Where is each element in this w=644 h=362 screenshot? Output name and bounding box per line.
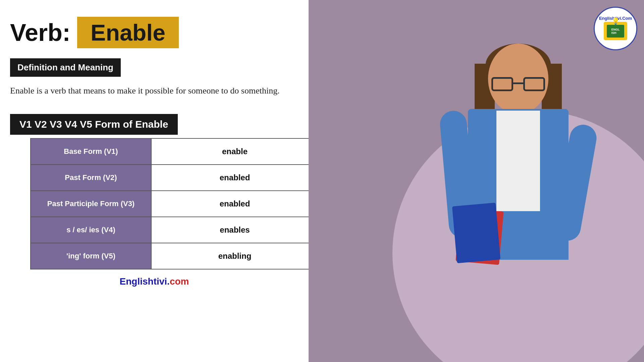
glasses-bridge bbox=[513, 82, 523, 84]
table-row: Base Form (V1)enable bbox=[31, 138, 318, 165]
verb-label: Verb: bbox=[10, 19, 70, 46]
definition-heading-text: Definition and Meaning bbox=[17, 62, 113, 72]
table-label-cell: Base Form (V1) bbox=[31, 138, 151, 165]
logo-tv-screen: ENGLISH bbox=[607, 25, 624, 38]
footer-brand-red: com bbox=[170, 276, 189, 287]
footer-brand: Englishtivi.com bbox=[10, 276, 299, 287]
person-head bbox=[488, 44, 548, 114]
logo-bulb-icon: 💡 bbox=[611, 17, 620, 25]
table-row: 'ing' form (V5)enabling bbox=[31, 243, 318, 269]
logo-circle: Englishtivi.Com 💡 ENGLISH bbox=[594, 7, 637, 50]
table-label-cell: 'ing' form (V5) bbox=[31, 243, 151, 269]
right-panel: Englishtivi.Com 💡 ENGLISH bbox=[309, 0, 644, 362]
forms-heading-text: V1 V2 V3 V4 V5 Form of Enable bbox=[19, 119, 168, 130]
table-label-cell: s / es/ ies (V4) bbox=[31, 217, 151, 243]
glasses-left bbox=[491, 77, 513, 91]
person-silhouette bbox=[409, 44, 627, 362]
table-row: Past Form (V2)enabled bbox=[31, 165, 318, 191]
left-panel: Verb: Enable Definition and Meaning Enab… bbox=[0, 0, 309, 362]
forms-heading-box: V1 V2 V3 V4 V5 Form of Enable bbox=[10, 114, 178, 135]
table-value-cell: enabling bbox=[151, 243, 318, 269]
verb-forms-table: Base Form (V1)enablePast Form (V2)enable… bbox=[30, 138, 319, 269]
table-row: Past Participle Form (V3)enabled bbox=[31, 191, 318, 217]
person-shirt bbox=[496, 111, 540, 211]
person-books bbox=[452, 203, 500, 263]
table-value-cell: enabled bbox=[151, 191, 318, 217]
glasses-right bbox=[523, 77, 545, 91]
verb-title-row: Verb: Enable bbox=[10, 17, 299, 48]
logo-tv: 💡 ENGLISH bbox=[604, 22, 627, 40]
logo-screen-text: ENGLISH bbox=[611, 28, 620, 35]
table-value-cell: enables bbox=[151, 217, 318, 243]
table-label-cell: Past Participle Form (V3) bbox=[31, 191, 151, 217]
table-value-cell: enabled bbox=[151, 165, 318, 191]
person-image bbox=[392, 34, 644, 362]
verb-word-box: Enable bbox=[77, 17, 179, 48]
table-label-cell: Past Form (V2) bbox=[31, 165, 151, 191]
footer-brand-dot: . bbox=[167, 276, 170, 287]
table-value-cell: enable bbox=[151, 138, 318, 165]
definition-heading: Definition and Meaning bbox=[10, 58, 121, 77]
footer-brand-blue: Englishtivi bbox=[120, 276, 167, 287]
definition-text: Enable is a verb that means to make it p… bbox=[10, 84, 299, 97]
table-row: s / es/ ies (V4)enables bbox=[31, 217, 318, 243]
